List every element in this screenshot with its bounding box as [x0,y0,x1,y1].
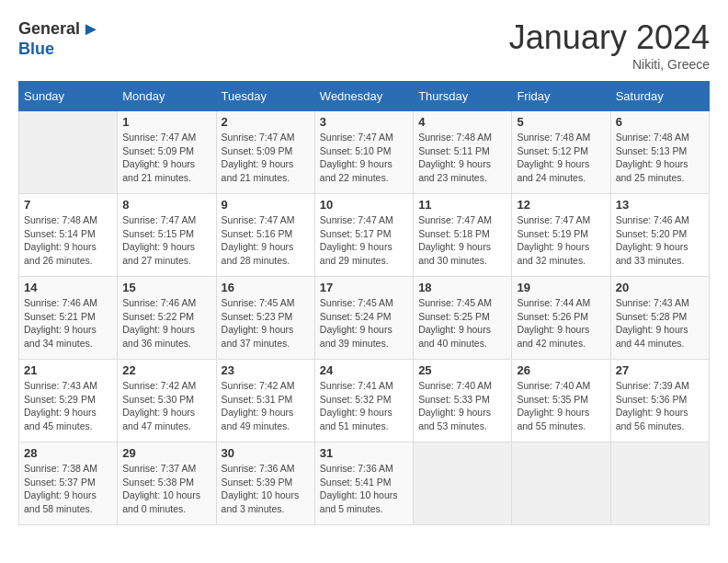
calendar-cell: 17Sunrise: 7:45 AMSunset: 5:24 PMDayligh… [314,277,413,360]
day-number: 30 [222,446,310,460]
day-number: 29 [122,446,210,460]
day-info: Sunrise: 7:47 AMSunset: 5:17 PMDaylight:… [320,213,408,268]
day-number: 6 [616,115,704,129]
calendar-cell: 18Sunrise: 7:45 AMSunset: 5:25 PMDayligh… [414,277,512,360]
calendar-cell: 29Sunrise: 7:37 AMSunset: 5:38 PMDayligh… [118,442,216,525]
calendar-cell: 20Sunrise: 7:43 AMSunset: 5:28 PMDayligh… [610,277,709,360]
day-number: 28 [24,446,112,460]
calendar-cell: 30Sunrise: 7:36 AMSunset: 5:39 PMDayligh… [216,442,314,525]
day-info: Sunrise: 7:48 AMSunset: 5:14 PMDaylight:… [24,213,112,268]
calendar-cell: 25Sunrise: 7:40 AMSunset: 5:33 PMDayligh… [414,360,512,442]
day-number: 20 [616,281,704,294]
calendar-cell [512,442,610,525]
day-info: Sunrise: 7:43 AMSunset: 5:28 PMDaylight:… [616,296,704,350]
day-info: Sunrise: 7:47 AMSunset: 5:16 PMDaylight:… [222,213,310,268]
day-info: Sunrise: 7:38 AMSunset: 5:37 PMDaylight:… [24,462,112,516]
calendar-week-row: 1Sunrise: 7:47 AMSunset: 5:09 PMDaylight… [19,111,710,194]
title-section: January 2024 Nikiti, Greece [509,18,710,72]
calendar-cell: 15Sunrise: 7:46 AMSunset: 5:22 PMDayligh… [118,277,216,360]
calendar-cell: 28Sunrise: 7:38 AMSunset: 5:37 PMDayligh… [19,442,118,525]
day-info: Sunrise: 7:36 AMSunset: 5:39 PMDaylight:… [222,462,310,516]
day-number: 10 [320,198,408,212]
day-number: 25 [418,363,506,377]
day-number: 23 [222,363,310,377]
calendar-header-day: Saturday [610,82,709,111]
logo: General ► Blue [18,18,100,59]
calendar-table: SundayMondayTuesdayWednesdayThursdayFrid… [18,81,710,525]
day-info: Sunrise: 7:48 AMSunset: 5:11 PMDaylight:… [418,131,506,185]
day-info: Sunrise: 7:47 AMSunset: 5:18 PMDaylight:… [418,213,506,268]
day-info: Sunrise: 7:42 AMSunset: 5:30 PMDaylight:… [122,379,210,433]
calendar-cell: 4Sunrise: 7:48 AMSunset: 5:11 PMDaylight… [414,111,512,194]
day-number: 16 [222,281,310,294]
calendar-header-day: Monday [118,82,216,111]
day-number: 14 [24,281,112,294]
calendar-week-row: 14Sunrise: 7:46 AMSunset: 5:21 PMDayligh… [19,277,710,360]
calendar-cell: 11Sunrise: 7:47 AMSunset: 5:18 PMDayligh… [414,194,512,277]
calendar-cell [414,442,512,525]
day-number: 11 [418,198,506,212]
day-number: 4 [418,115,506,129]
page-header: General ► Blue January 2024 Nikiti, Gree… [18,18,710,72]
day-info: Sunrise: 7:47 AMSunset: 5:15 PMDaylight:… [122,213,210,268]
calendar-header-day: Wednesday [314,82,413,111]
calendar-header-day: Friday [512,82,610,111]
logo-bird-icon: ► [82,18,100,40]
day-number: 1 [122,115,210,129]
calendar-cell: 2Sunrise: 7:47 AMSunset: 5:09 PMDaylight… [216,111,314,194]
calendar-cell: 27Sunrise: 7:39 AMSunset: 5:36 PMDayligh… [610,360,709,442]
day-number: 18 [418,281,506,294]
day-info: Sunrise: 7:37 AMSunset: 5:38 PMDaylight:… [122,462,210,516]
day-number: 26 [517,363,605,377]
calendar-cell: 1Sunrise: 7:47 AMSunset: 5:09 PMDaylight… [118,111,216,194]
calendar-cell: 13Sunrise: 7:46 AMSunset: 5:20 PMDayligh… [610,194,709,277]
location: Nikiti, Greece [509,57,710,72]
day-info: Sunrise: 7:47 AMSunset: 5:19 PMDaylight:… [517,213,605,268]
calendar-week-row: 21Sunrise: 7:43 AMSunset: 5:29 PMDayligh… [19,360,710,442]
calendar-cell: 14Sunrise: 7:46 AMSunset: 5:21 PMDayligh… [19,277,118,360]
day-number: 12 [517,198,605,212]
calendar-cell [19,111,118,194]
day-info: Sunrise: 7:45 AMSunset: 5:23 PMDaylight:… [222,296,310,350]
day-number: 5 [517,115,605,129]
day-info: Sunrise: 7:47 AMSunset: 5:09 PMDaylight:… [222,131,310,185]
day-number: 19 [517,281,605,294]
logo-general-text: General [18,19,80,39]
calendar-header-day: Sunday [19,82,118,111]
calendar-header-day: Tuesday [216,82,314,111]
calendar-cell [610,442,709,525]
calendar-week-row: 7Sunrise: 7:48 AMSunset: 5:14 PMDaylight… [19,194,710,277]
day-number: 7 [24,198,112,212]
calendar-header-row: SundayMondayTuesdayWednesdayThursdayFrid… [19,82,710,111]
day-info: Sunrise: 7:45 AMSunset: 5:25 PMDaylight:… [418,296,506,350]
day-info: Sunrise: 7:44 AMSunset: 5:26 PMDaylight:… [517,296,605,350]
day-number: 27 [616,363,704,377]
calendar-cell: 6Sunrise: 7:48 AMSunset: 5:13 PMDaylight… [610,111,709,194]
day-number: 24 [320,363,408,377]
day-info: Sunrise: 7:39 AMSunset: 5:36 PMDaylight:… [616,379,704,433]
day-info: Sunrise: 7:43 AMSunset: 5:29 PMDaylight:… [24,379,112,433]
day-info: Sunrise: 7:47 AMSunset: 5:10 PMDaylight:… [320,131,408,185]
day-number: 15 [122,281,210,294]
calendar-cell: 3Sunrise: 7:47 AMSunset: 5:10 PMDaylight… [314,111,413,194]
day-info: Sunrise: 7:42 AMSunset: 5:31 PMDaylight:… [222,379,310,433]
calendar-cell: 12Sunrise: 7:47 AMSunset: 5:19 PMDayligh… [512,194,610,277]
calendar-cell: 19Sunrise: 7:44 AMSunset: 5:26 PMDayligh… [512,277,610,360]
day-number: 8 [122,198,210,212]
day-info: Sunrise: 7:45 AMSunset: 5:24 PMDaylight:… [320,296,408,350]
calendar-cell: 9Sunrise: 7:47 AMSunset: 5:16 PMDaylight… [216,194,314,277]
day-number: 21 [24,363,112,377]
calendar-header-day: Thursday [414,82,512,111]
calendar-cell: 7Sunrise: 7:48 AMSunset: 5:14 PMDaylight… [19,194,118,277]
logo-blue-text: Blue [18,40,54,59]
calendar-cell: 16Sunrise: 7:45 AMSunset: 5:23 PMDayligh… [216,277,314,360]
calendar-cell: 8Sunrise: 7:47 AMSunset: 5:15 PMDaylight… [118,194,216,277]
calendar-cell: 24Sunrise: 7:41 AMSunset: 5:32 PMDayligh… [314,360,413,442]
calendar-cell: 10Sunrise: 7:47 AMSunset: 5:17 PMDayligh… [314,194,413,277]
day-number: 22 [122,363,210,377]
day-info: Sunrise: 7:40 AMSunset: 5:33 PMDaylight:… [418,379,506,433]
month-title: January 2024 [509,18,710,57]
calendar-cell: 21Sunrise: 7:43 AMSunset: 5:29 PMDayligh… [19,360,118,442]
day-info: Sunrise: 7:47 AMSunset: 5:09 PMDaylight:… [122,131,210,185]
day-number: 2 [222,115,310,129]
